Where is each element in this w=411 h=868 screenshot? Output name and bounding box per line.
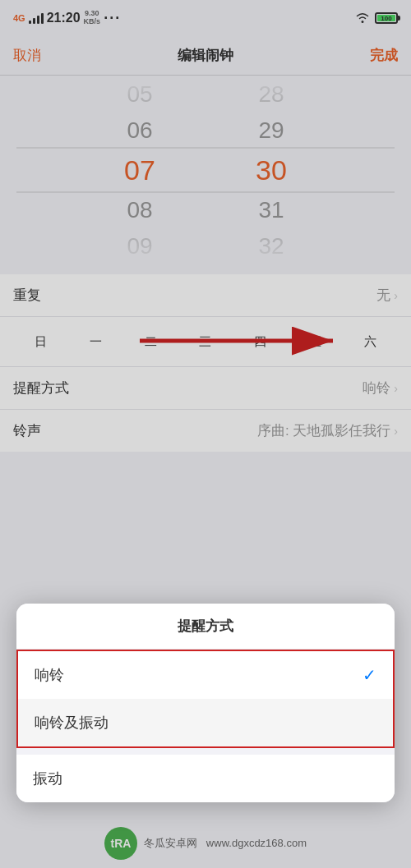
checkmark-icon: ✓ [363,665,376,685]
action-option-ring[interactable]: 响铃 ✓ [18,651,393,699]
action-option-ring-label: 响铃 [35,665,64,685]
action-option-vibrate-label: 振动 [33,769,62,788]
action-section-separator [16,748,395,755]
modal-backdrop[interactable]: 提醒方式 响铃 ✓ 响铃及振动 振动 [0,0,411,868]
action-sheet-title: 提醒方式 [16,604,395,650]
action-option-vibrate[interactable]: 振动 [16,755,395,802]
action-option-ring-vibrate[interactable]: 响铃及振动 [18,699,393,746]
action-option-ring-vibrate-label: 响铃及振动 [35,713,109,733]
action-options-group: 响铃 ✓ 响铃及振动 [16,650,395,749]
action-sheet: 提醒方式 响铃 ✓ 响铃及振动 振动 [16,604,395,803]
